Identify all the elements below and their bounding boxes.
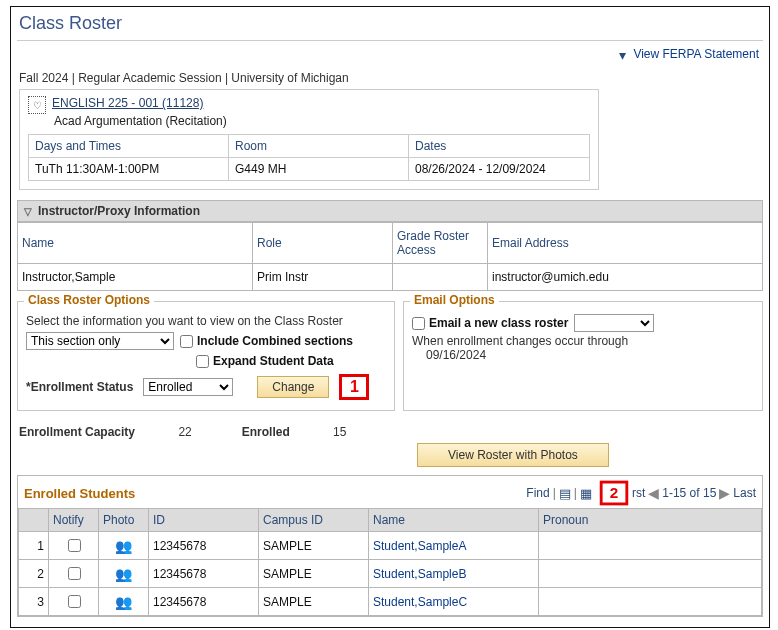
options-desc: Select the information you want to view … [26,314,386,328]
capacity-value: 22 [178,425,191,439]
instr-email: instructor@umich.edu [488,264,763,291]
prev-arrow-icon[interactable]: ◀ [648,485,659,501]
notify-checkbox[interactable] [68,567,81,580]
grid-icon[interactable]: ▤ [559,486,571,501]
table-row: 2👥12345678SAMPLEStudent,SampleB [19,560,762,588]
enrolled-label: Enrolled [242,425,290,439]
instr-email-header: Email Address [488,223,763,264]
separator: | [553,486,556,500]
session-line: Fall 2024 | Regular Academic Session | U… [19,71,761,85]
range-text: 1-15 of 15 [662,486,716,500]
pronoun [539,532,762,560]
first-fragment[interactable]: rst [632,486,645,500]
students-table: Notify Photo ID Campus ID Name Pronoun 1… [18,508,762,616]
row-index: 1 [19,532,49,560]
pronoun [539,588,762,616]
enrolled-students-box: Enrolled Students Find | ▤ | ▦ 2 rst ◀ 1… [17,475,763,617]
expand-student-data-checkbox[interactable]: Expand Student Data [196,354,334,368]
table-row: 3👥12345678SAMPLEStudent,SampleC [19,588,762,616]
class-roster-options: Class Roster Options Select the informat… [17,301,395,411]
col-campus-header: Campus ID [259,509,369,532]
student-name-link[interactable]: Student,SampleC [373,595,467,609]
instructor-table: Name Role Grade Roster Access Email Addr… [17,222,763,291]
email-new-roster-input[interactable] [412,317,425,330]
section-select[interactable]: This section only [26,332,174,350]
callout-1: 1 [339,374,369,400]
table-row: 1👥12345678SAMPLEStudent,SampleA [19,532,762,560]
col-notify-header: Notify [49,509,99,532]
col-room-header: Room [229,135,409,158]
col-dates-header: Dates [409,135,590,158]
change-button[interactable]: Change [257,376,329,398]
capacity-label: Enrollment Capacity [19,425,135,439]
room-value: G449 MH [229,158,409,181]
instr-role: Prim Instr [253,264,393,291]
callout-2: 2 [600,481,629,506]
col-days-header: Days and Times [29,135,229,158]
days-value: TuTh 11:30AM-1:00PM [29,158,229,181]
notify-checkbox[interactable] [68,539,81,552]
favorite-icon[interactable]: ♡ [28,96,46,114]
dates-value: 08/26/2024 - 12/09/2024 [409,158,590,181]
col-photo-header: Photo [99,509,149,532]
photo-icon[interactable]: 👥 [115,594,132,610]
page-title: Class Roster [17,11,763,41]
include-combined-checkbox[interactable]: Include Combined sections [180,334,353,348]
row-index: 3 [19,588,49,616]
photo-icon[interactable]: 👥 [115,538,132,554]
col-id-header: ID [149,509,259,532]
campus-id: SAMPLE [259,588,369,616]
expand-student-data-input[interactable] [196,355,209,368]
photo-icon[interactable]: 👥 [115,566,132,582]
course-subtitle: Acad Argumentation (Recitation) [54,114,590,128]
enrolled-students-title: Enrolled Students [24,486,135,501]
view-ferpa-link[interactable]: View FERPA Statement [633,47,759,61]
row-index: 2 [19,560,49,588]
instr-name-header: Name [18,223,253,264]
student-name-link[interactable]: Student,SampleB [373,567,466,581]
email-legend: Email Options [410,293,499,307]
col-name-header: Name [369,509,539,532]
separator-2: | [574,486,577,500]
instr-access [393,264,488,291]
student-name-link[interactable]: Student,SampleA [373,539,466,553]
email-new-roster-label: Email a new class roster [429,316,568,330]
expand-student-data-label: Expand Student Data [213,354,334,368]
student-id: 12345678 [149,588,259,616]
email-new-roster-checkbox[interactable]: Email a new class roster [412,316,568,330]
schedule-table: Days and Times Room Dates TuTh 11:30AM-1… [28,134,590,181]
email-note-1: When enrollment changes occur through [412,334,754,348]
course-link[interactable]: ENGLISH 225 - 001 (11128) [52,96,203,110]
instructor-section-header: ▽ Instructor/Proxy Information [17,200,763,222]
pronoun [539,560,762,588]
enrollment-status-select[interactable]: Enrolled [143,378,233,396]
notify-checkbox[interactable] [68,595,81,608]
email-options-select[interactable] [574,314,654,332]
last-link[interactable]: Last [733,486,756,500]
course-box: ♡ ENGLISH 225 - 001 (11128) Acad Argumen… [19,89,599,190]
student-id: 12345678 [149,560,259,588]
email-options: Email Options Email a new class roster W… [403,301,763,411]
campus-id: SAMPLE [259,560,369,588]
include-combined-label: Include Combined sections [197,334,353,348]
view-roster-photos-button[interactable]: View Roster with Photos [417,443,609,467]
email-note-2: 09/16/2024 [426,348,754,362]
export-icon[interactable]: ▦ [580,486,592,501]
instructor-section-title: Instructor/Proxy Information [38,204,200,218]
campus-id: SAMPLE [259,532,369,560]
enrolled-value: 15 [333,425,346,439]
instr-role-header: Role [253,223,393,264]
ferpa-tag-icon: ▾ [619,47,626,63]
instr-gra-header: Grade Roster Access [393,223,488,264]
instr-name: Instructor,Sample [18,264,253,291]
col-pronoun-header: Pronoun [539,509,762,532]
next-arrow-icon[interactable]: ▶ [719,485,730,501]
include-combined-input[interactable] [180,335,193,348]
options-legend: Class Roster Options [24,293,154,307]
student-id: 12345678 [149,532,259,560]
col-index-header [19,509,49,532]
enrollment-status-label: *Enrollment Status [26,380,133,394]
collapse-icon[interactable]: ▽ [24,206,34,216]
find-link[interactable]: Find [526,486,549,500]
